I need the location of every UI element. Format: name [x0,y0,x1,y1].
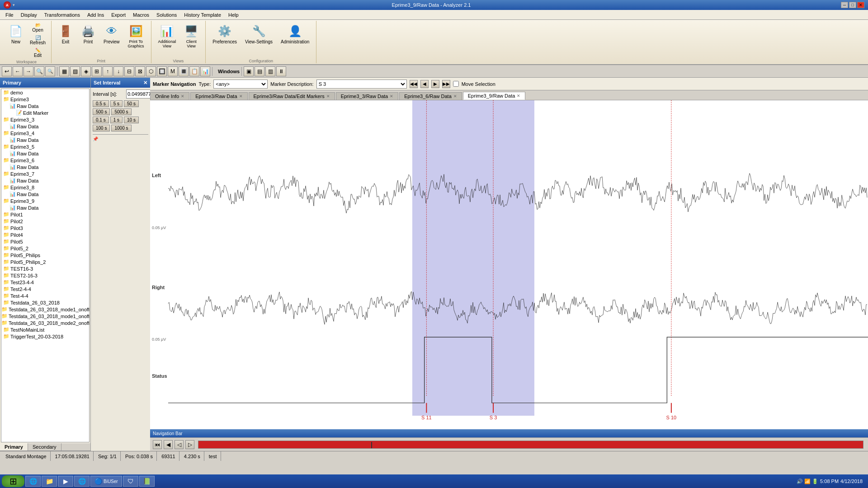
menu-add-ins[interactable]: Add Ins [84,11,108,19]
minimize-button[interactable]: ─ [841,2,848,8]
tab-eprime3-9-close[interactable]: ✕ [517,94,520,98]
tool-9[interactable]: ⬡ [146,66,156,76]
tree-item[interactable]: 📊Raw Data [1,164,89,170]
tree-item[interactable]: 📁TriggerTest_20-03-2018 [1,333,89,340]
tree-item[interactable]: 📁Eprime3 [1,96,89,103]
quick-50s[interactable]: 50 s [124,100,139,107]
back-button[interactable]: ← [13,66,23,76]
start-button[interactable]: ⊞ [2,475,24,487]
tree-item[interactable]: 📁Eprime3_5 [1,143,89,150]
tree-item[interactable]: 📁Eprime3_7 [1,170,89,177]
tab-eprime3-6-close[interactable]: ✕ [453,94,457,99]
marker-next-button[interactable]: ▶ [431,80,439,88]
open-button[interactable]: 📂 Open [28,22,47,33]
taskbar-explorer[interactable]: 📁 [42,476,57,487]
tool-6[interactable]: ↓ [113,66,123,76]
view-settings-button[interactable]: 🔧 View-Settings [242,22,276,58]
tool-14[interactable]: 📊 [200,66,210,76]
marker-prev-prev-button[interactable]: ◀◀ [410,80,418,88]
tool-12[interactable]: 🔳 [179,66,189,76]
new-button[interactable]: 📄 New [5,22,26,58]
tool-13[interactable]: 📋 [189,66,199,76]
exit-button[interactable]: 🚪 Exit [55,22,76,58]
taskbar-media[interactable]: ▶ [58,476,73,487]
tree-item[interactable]: 📁Pilot3 [1,225,89,231]
marker-prev-button[interactable]: ◀ [420,80,429,88]
tab-online-info-close[interactable]: ✕ [181,94,184,99]
marker-description-dropdown[interactable]: S 3 [316,80,407,89]
taskbar-antivirus[interactable]: 🛡 [123,476,138,487]
tree-item[interactable]: 📁Eprime3_8 [1,184,89,191]
move-selection-checkbox[interactable] [453,81,459,87]
tree-item[interactable]: 📊Raw Data [1,204,89,211]
tree-item[interactable]: 📁Testdata_26_03_2018_mode1_onoffset_noin… [1,306,89,313]
tool-4[interactable]: ⊞ [92,66,102,76]
tree-item[interactable]: 📁Testdata_26_03_2018 [1,299,89,306]
set-interval-close[interactable]: ✕ [143,80,147,86]
taskbar-chrome[interactable]: 🌐 [74,476,90,487]
quick-05s[interactable]: 0.5 s [93,100,109,107]
tab-eprime3-3-close[interactable]: ✕ [390,94,393,99]
tree-item[interactable]: 📁Eprime3_6 [1,157,89,164]
tree-item[interactable]: 📁TEST2-16-3 [1,272,89,279]
tool-8[interactable]: ⊠ [135,66,145,76]
quick-100s[interactable]: 100 s [93,125,110,131]
menu-display[interactable]: Display [17,11,41,19]
tool-10[interactable]: 🔲 [157,66,167,76]
tree-item[interactable]: 📁Eprime3_3 [1,116,89,123]
tree-item[interactable]: 📊Raw Data [1,123,89,130]
taskbar-excel[interactable]: 📗 [139,476,155,487]
quick-10s[interactable]: 10 s [124,117,139,123]
close-button[interactable]: ✕ [857,2,864,8]
tab-secondary[interactable]: Secondary [28,443,61,450]
tab-eprime3-raw-close[interactable]: ✕ [239,94,243,99]
zoom-out-button[interactable]: 🔍 [45,66,55,76]
tree-item[interactable]: 📊Raw Data [1,191,89,197]
tree-item[interactable]: 📁TEST16-3 [1,265,89,272]
menu-history-template[interactable]: History Template [180,11,225,19]
tree-item[interactable]: 📁Pilot5_Philips_2 [1,258,89,265]
nav-progress-bar-container[interactable] [198,441,863,449]
print-to-graphics-button[interactable]: 🖼️ Print To Graphics [125,22,147,58]
administration-button[interactable]: 👤 Administration [278,22,312,58]
window-tool-2[interactable]: ▤ [255,66,264,76]
tab-eprime3-3-raw[interactable]: Eprime3_3/Raw Data ✕ [336,92,399,100]
tab-eprime3-edit-markers[interactable]: Eprime3/Raw Data/Edit Markers ✕ [249,92,335,100]
tree-item[interactable]: 📁Testdata_26_03_2018_mode1_onoffset_with… [1,313,89,319]
menu-macros[interactable]: Macros [129,11,153,19]
menu-solutions[interactable]: Solutions [153,11,180,19]
tree-item[interactable]: 📁Pilot5_Philips [1,252,89,258]
tree-item[interactable]: 📁Pilot1 [1,211,89,218]
eeg-display[interactable]: Left 0.05 μV Right 0.05 μV Status S 11 S… [150,100,868,429]
quick-1s[interactable]: 1 s [110,117,123,123]
window-tool-3[interactable]: ▥ [265,66,275,76]
menu-file[interactable]: File [2,11,17,19]
client-view-button[interactable]: 🖥️ Client View [181,22,202,58]
forward-button[interactable]: → [24,66,33,76]
tree-item[interactable]: 📁Test-4-4 [1,292,89,299]
tool-3[interactable]: ◈ [81,66,91,76]
tree-item[interactable]: 📁demo [1,89,89,96]
maximize-button[interactable]: □ [849,2,856,8]
window-tool-4[interactable]: ⏸ [276,66,286,76]
tree-item[interactable]: 📁Test2-4-4 [1,286,89,292]
additional-view-button[interactable]: 📊 Additional View [155,22,179,58]
marker-type-dropdown[interactable]: <any> [213,80,268,89]
tab-eprime3-9-raw[interactable]: Eprime3_9/Raw Data ✕ [463,92,526,100]
quick-01s[interactable]: 0.1 s [93,117,109,123]
undo-button[interactable]: ↩ [2,66,12,76]
menu-transformations[interactable]: Transformations [41,11,84,19]
tree-item[interactable]: 📁Testdata_26_03_2018_mode2_onoffset_with… [1,319,89,326]
tree-item[interactable]: 📁Eprime3_4 [1,130,89,136]
quick-1000s[interactable]: 1000 s [111,125,131,131]
tab-online-info[interactable]: Online Info ✕ [150,92,189,100]
tab-primary[interactable]: Primary [0,443,28,450]
taskbar-ie[interactable]: 🌐 [25,476,41,487]
tree-item[interactable]: 📁Pilot4 [1,231,89,238]
tree-item[interactable]: 📁Pilot5 [1,238,89,245]
windows-menu[interactable]: Windows [218,69,240,74]
nav-back-button[interactable]: ◁ [175,440,184,449]
tree-item[interactable]: 📁Eprime3_9 [1,197,89,204]
preferences-button[interactable]: ⚙️ Preferences [209,22,240,58]
tree-item[interactable]: 📊Raw Data [1,136,89,143]
